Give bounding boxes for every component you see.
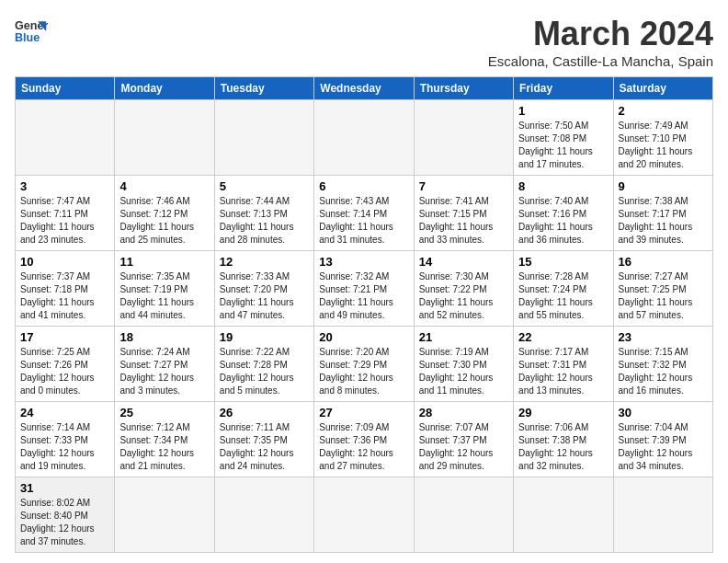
day-number: 15 [518,255,608,269]
calendar-day-cell: 19Sunrise: 7:22 AM Sunset: 7:28 PM Dayli… [214,327,313,402]
day-number: 1 [518,104,608,118]
day-info: Sunrise: 7:04 AM Sunset: 7:39 PM Dayligh… [619,421,708,473]
day-number: 24 [20,406,109,419]
calendar-day-cell: 4Sunrise: 7:46 AM Sunset: 7:12 PM Daylig… [115,176,214,251]
day-number: 20 [319,330,408,344]
calendar-day-cell: 15Sunrise: 7:28 AM Sunset: 7:24 PM Dayli… [514,251,613,327]
calendar-day-cell: 1Sunrise: 7:50 AM Sunset: 7:08 PM Daylig… [514,100,613,176]
calendar-day-cell: 26Sunrise: 7:11 AM Sunset: 7:35 PM Dayli… [214,402,313,477]
day-info: Sunrise: 7:43 AM Sunset: 7:14 PM Dayligh… [319,195,408,247]
calendar-day-cell: 27Sunrise: 7:09 AM Sunset: 7:36 PM Dayli… [314,402,414,477]
day-number: 29 [518,406,608,419]
day-info: Sunrise: 7:15 AM Sunset: 7:32 PM Dayligh… [619,346,708,397]
day-number: 13 [319,255,408,269]
calendar-day-cell [314,100,414,176]
day-number: 25 [119,406,209,419]
day-info: Sunrise: 7:14 AM Sunset: 7:33 PM Dayligh… [20,421,109,473]
day-number: 21 [419,330,508,344]
day-info: Sunrise: 7:12 AM Sunset: 7:34 PM Dayligh… [119,421,209,473]
calendar-day-cell: 22Sunrise: 7:17 AM Sunset: 7:31 PM Dayli… [514,327,613,402]
calendar-day-cell [214,477,313,553]
calendar-week-row: 17Sunrise: 7:25 AM Sunset: 7:26 PM Dayli… [16,327,713,402]
day-info: Sunrise: 7:19 AM Sunset: 7:30 PM Dayligh… [419,346,508,397]
day-number: 27 [319,406,408,419]
day-number: 14 [419,255,508,269]
title-block: March 2024 Escalona, Castille-La Mancha,… [488,15,713,69]
day-info: Sunrise: 8:02 AM Sunset: 8:40 PM Dayligh… [20,497,109,548]
day-info: Sunrise: 7:20 AM Sunset: 7:29 PM Dayligh… [319,346,408,397]
calendar-day-cell: 8Sunrise: 7:40 AM Sunset: 7:16 PM Daylig… [514,176,613,251]
day-number: 2 [619,104,708,118]
calendar-body: 1Sunrise: 7:50 AM Sunset: 7:08 PM Daylig… [16,100,713,553]
day-info: Sunrise: 7:07 AM Sunset: 7:37 PM Dayligh… [419,421,508,473]
calendar-day-cell [16,100,115,176]
logo-icon: General Blue [15,15,48,48]
day-number: 3 [20,179,109,193]
calendar-day-cell: 16Sunrise: 7:27 AM Sunset: 7:25 PM Dayli… [613,251,712,327]
day-number: 17 [20,330,109,344]
calendar-day-cell [613,477,712,553]
calendar-day-cell [414,477,513,553]
day-info: Sunrise: 7:40 AM Sunset: 7:16 PM Dayligh… [518,195,608,247]
day-info: Sunrise: 7:33 AM Sunset: 7:20 PM Dayligh… [220,270,309,322]
day-number: 7 [419,179,508,193]
day-info: Sunrise: 7:44 AM Sunset: 7:13 PM Dayligh… [220,195,309,247]
day-info: Sunrise: 7:35 AM Sunset: 7:19 PM Dayligh… [119,270,209,322]
day-info: Sunrise: 7:28 AM Sunset: 7:24 PM Dayligh… [518,270,608,322]
svg-text:Blue: Blue [15,31,40,44]
day-info: Sunrise: 7:49 AM Sunset: 7:10 PM Dayligh… [619,120,708,171]
day-info: Sunrise: 7:37 AM Sunset: 7:18 PM Dayligh… [20,270,109,322]
day-number: 5 [220,179,309,193]
day-number: 26 [220,406,309,419]
day-info: Sunrise: 7:32 AM Sunset: 7:21 PM Dayligh… [319,270,408,322]
day-info: Sunrise: 7:38 AM Sunset: 7:17 PM Dayligh… [619,195,708,247]
calendar-day-cell: 6Sunrise: 7:43 AM Sunset: 7:14 PM Daylig… [314,176,414,251]
day-info: Sunrise: 7:25 AM Sunset: 7:26 PM Dayligh… [20,346,109,397]
calendar-header-cell: Tuesday [214,77,313,100]
calendar-header-cell: Wednesday [314,77,414,100]
calendar-day-cell: 12Sunrise: 7:33 AM Sunset: 7:20 PM Dayli… [214,251,313,327]
calendar-day-cell [314,477,414,553]
day-number: 8 [518,179,608,193]
day-number: 10 [20,255,109,269]
calendar-week-row: 1Sunrise: 7:50 AM Sunset: 7:08 PM Daylig… [16,100,713,176]
day-number: 23 [619,330,708,344]
calendar-day-cell: 28Sunrise: 7:07 AM Sunset: 7:37 PM Dayli… [414,402,513,477]
day-number: 30 [619,406,708,419]
day-info: Sunrise: 7:11 AM Sunset: 7:35 PM Dayligh… [220,421,309,473]
day-info: Sunrise: 7:24 AM Sunset: 7:27 PM Dayligh… [119,346,209,397]
day-number: 16 [619,255,708,269]
calendar-day-cell: 25Sunrise: 7:12 AM Sunset: 7:34 PM Dayli… [115,402,214,477]
calendar-day-cell: 30Sunrise: 7:04 AM Sunset: 7:39 PM Dayli… [613,402,712,477]
calendar-day-cell: 7Sunrise: 7:41 AM Sunset: 7:15 PM Daylig… [414,176,513,251]
calendar-header-cell: Monday [115,77,214,100]
calendar-day-cell: 3Sunrise: 7:47 AM Sunset: 7:11 PM Daylig… [16,176,115,251]
day-number: 4 [119,179,209,193]
calendar-day-cell: 23Sunrise: 7:15 AM Sunset: 7:32 PM Dayli… [613,327,712,402]
day-number: 11 [119,255,209,269]
day-number: 12 [220,255,309,269]
day-number: 28 [419,406,508,419]
day-number: 31 [20,481,109,495]
calendar-day-cell: 11Sunrise: 7:35 AM Sunset: 7:19 PM Dayli… [115,251,214,327]
calendar-week-row: 3Sunrise: 7:47 AM Sunset: 7:11 PM Daylig… [16,176,713,251]
day-info: Sunrise: 7:17 AM Sunset: 7:31 PM Dayligh… [518,346,608,397]
day-number: 6 [319,179,408,193]
day-info: Sunrise: 7:41 AM Sunset: 7:15 PM Dayligh… [419,195,508,247]
calendar-header-cell: Sunday [16,77,115,100]
calendar-day-cell: 31Sunrise: 8:02 AM Sunset: 8:40 PM Dayli… [16,477,115,553]
calendar-day-cell: 5Sunrise: 7:44 AM Sunset: 7:13 PM Daylig… [214,176,313,251]
calendar-day-cell [115,477,214,553]
day-info: Sunrise: 7:50 AM Sunset: 7:08 PM Dayligh… [518,120,608,171]
day-number: 9 [619,179,708,193]
day-info: Sunrise: 7:27 AM Sunset: 7:25 PM Dayligh… [619,270,708,322]
calendar-day-cell: 10Sunrise: 7:37 AM Sunset: 7:18 PM Dayli… [16,251,115,327]
calendar-week-row: 24Sunrise: 7:14 AM Sunset: 7:33 PM Dayli… [16,402,713,477]
calendar-header-row: SundayMondayTuesdayWednesdayThursdayFrid… [16,77,713,100]
calendar-header-cell: Thursday [414,77,513,100]
calendar-day-cell [514,477,613,553]
day-number: 22 [518,330,608,344]
calendar-day-cell: 9Sunrise: 7:38 AM Sunset: 7:17 PM Daylig… [613,176,712,251]
calendar-day-cell: 29Sunrise: 7:06 AM Sunset: 7:38 PM Dayli… [514,402,613,477]
day-info: Sunrise: 7:06 AM Sunset: 7:38 PM Dayligh… [518,421,608,473]
